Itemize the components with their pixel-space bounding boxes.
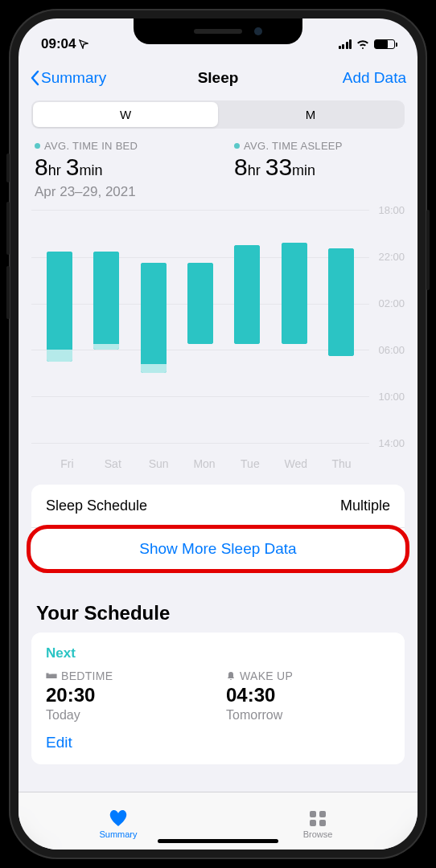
svg-rect-0: [310, 811, 316, 817]
battery-icon: [374, 39, 395, 49]
back-button[interactable]: Summary: [30, 69, 106, 87]
chart-bar[interactable]: [83, 211, 130, 443]
wake-block: WAKE UP 04:30 Tomorrow: [226, 669, 390, 723]
page-title: Sleep: [198, 69, 239, 87]
stat-asleep: AVG. TIME ASLEEP 8hr33min: [234, 140, 401, 181]
chart-bar[interactable]: [130, 211, 177, 443]
x-tick: Sun: [136, 457, 182, 470]
schedule-card: Next BEDTIME 20:30 Today WAKE UP: [31, 633, 405, 764]
wifi-icon: [356, 39, 369, 49]
chart-bar[interactable]: [270, 211, 317, 443]
x-tick: Sat: [90, 457, 136, 470]
notch: [134, 18, 302, 44]
date-range: Apr 23–29, 2021: [19, 181, 417, 210]
y-tick: 02:00: [378, 297, 405, 309]
y-tick: 18:00: [378, 204, 405, 216]
sleep-schedule-row[interactable]: Sleep Schedule Multiple: [31, 485, 405, 528]
y-tick: 22:00: [378, 251, 405, 263]
svg-rect-2: [310, 820, 316, 826]
stat-in-bed: AVG. TIME IN BED 8hr3min: [35, 140, 202, 181]
content-scroll[interactable]: W M AVG. TIME IN BED 8hr3min AVG. TIME A…: [19, 97, 417, 792]
chart-bar[interactable]: [177, 211, 224, 443]
bedtime-block: BEDTIME 20:30 Today: [46, 669, 210, 723]
svg-rect-1: [319, 811, 326, 817]
your-schedule-title: Your Schedule: [19, 589, 417, 633]
bell-icon: [226, 671, 236, 681]
chart-bar[interactable]: [318, 211, 364, 443]
chevron-left-icon: [30, 70, 39, 86]
show-more-sleep-data-button[interactable]: Show More Sleep Data: [31, 528, 405, 570]
y-tick: 10:00: [378, 391, 405, 403]
heart-icon: [108, 809, 129, 828]
dot-icon: [234, 143, 240, 149]
svg-rect-3: [319, 820, 326, 826]
home-indicator[interactable]: [158, 839, 278, 843]
stats-row: AVG. TIME IN BED 8hr3min AVG. TIME ASLEE…: [19, 140, 417, 181]
phone-screen: 09:04 Summary Sleep Add Data W M: [19, 18, 417, 850]
location-icon: [79, 39, 88, 49]
next-label: Next: [46, 645, 390, 661]
y-tick: 06:00: [378, 344, 405, 356]
x-tick: Thu: [319, 457, 364, 470]
chart-bar[interactable]: [224, 211, 270, 443]
x-tick: Fri: [44, 457, 90, 470]
segment-week[interactable]: W: [33, 102, 218, 127]
grid-icon: [307, 809, 328, 828]
nav-header: Summary Sleep Add Data: [19, 59, 417, 97]
segment-month[interactable]: M: [218, 102, 403, 127]
segmented-control[interactable]: W M: [31, 100, 405, 129]
signal-icon: [339, 39, 352, 49]
bed-icon: [46, 672, 57, 680]
sleep-schedule-value: Multiple: [340, 497, 390, 514]
y-tick: 14:00: [378, 437, 405, 449]
x-tick: Wed: [273, 457, 319, 470]
phone-frame: 09:04 Summary Sleep Add Data W M: [9, 9, 427, 859]
status-time: 09:04: [41, 36, 88, 52]
sleep-chart[interactable]: 18:0022:0002:0006:0010:0014:00: [31, 210, 405, 443]
dot-icon: [35, 143, 40, 149]
sleep-schedule-label: Sleep Schedule: [46, 497, 147, 514]
add-data-button[interactable]: Add Data: [343, 69, 406, 87]
edit-schedule-button[interactable]: Edit: [46, 734, 390, 751]
x-tick: Tue: [227, 457, 273, 470]
chart-bar[interactable]: [36, 211, 83, 443]
x-tick: Mon: [182, 457, 228, 470]
